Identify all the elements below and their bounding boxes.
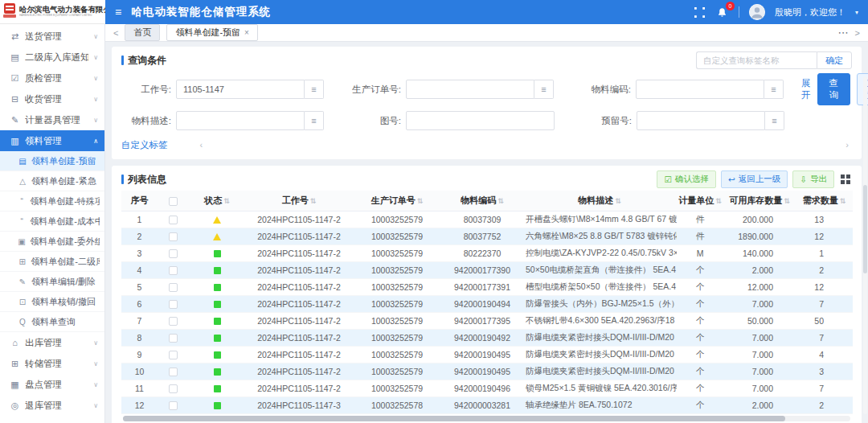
column-settings-icon[interactable]: [839, 173, 852, 186]
user-menu-caret-icon[interactable]: ▾: [855, 9, 858, 16]
sort-icon[interactable]: ⇅: [615, 197, 621, 205]
back-up-level-button[interactable]: ↩返回上一级: [721, 170, 788, 188]
table-row[interactable]: 62024HPC1105-1147-2100032525799420001904…: [121, 295, 853, 312]
table-row[interactable]: 82024HPC1105-1147-2100032525799420001904…: [121, 329, 853, 346]
horizontal-scrollbar-thumb[interactable]: [123, 416, 785, 421]
drawing-no-input[interactable]: [406, 111, 555, 130]
table-row[interactable]: 22024HPC1105-1147-21000325257980037752六角…: [121, 228, 853, 244]
sidebar-subitem[interactable]: ▣领料单创建-委外组件: [0, 232, 104, 252]
col-stock[interactable]: 可用库存数量⇅: [723, 191, 796, 211]
row-checkbox[interactable]: [169, 351, 178, 359]
sidebar-subitem[interactable]: ▤领料单创建-预留: [0, 151, 104, 171]
sidebar-subitem[interactable]: “领料单创建-成本中心: [0, 212, 104, 232]
work-no-input[interactable]: [176, 80, 305, 99]
tab-more-icon[interactable]: ⋯: [838, 27, 849, 39]
vertical-scrollbar-thumb[interactable]: [863, 185, 867, 273]
warning-status-icon: [213, 233, 221, 240]
col-status[interactable]: 状态⇅: [188, 191, 246, 211]
tab-scroll-left-icon[interactable]: <: [113, 28, 118, 38]
sort-icon[interactable]: ⇅: [417, 197, 424, 205]
reservation-no-input[interactable]: [637, 111, 765, 130]
sort-icon[interactable]: ⇅: [784, 197, 790, 205]
sidebar-item[interactable]: ▤二级库入库通知单∨: [0, 47, 104, 68]
col-demand[interactable]: 需求数量⇅: [796, 191, 853, 211]
export-button[interactable]: ⇩导出: [792, 170, 834, 188]
sidebar-item[interactable]: ◎退库管理∨: [0, 395, 104, 416]
work-no-filter-icon[interactable]: ≡: [305, 80, 324, 99]
search-button[interactable]: 查询: [817, 73, 851, 105]
user-avatar[interactable]: [749, 4, 765, 20]
row-checkbox[interactable]: [169, 283, 178, 292]
sort-icon[interactable]: ⇅: [310, 197, 317, 205]
table-row[interactable]: 102024HPC1105-1147-210003252579942000190…: [121, 363, 853, 380]
sidebar-item[interactable]: ⊟收货管理∨: [0, 88, 104, 109]
table-row[interactable]: 12024HPC1105-1147-21000325257980037309开槽…: [121, 211, 853, 228]
sidebar-subitem[interactable]: △领料单创建-紧急: [0, 171, 104, 191]
reservation-no-filter-icon[interactable]: ≡: [765, 111, 784, 130]
row-checkbox[interactable]: [169, 300, 178, 309]
row-checkbox[interactable]: [169, 368, 178, 376]
col-material-code[interactable]: 物料编码⇅: [442, 191, 522, 211]
row-work-no: 2024HPC1105-1147-2: [246, 380, 352, 396]
table-row[interactable]: 32024HPC1105-1147-21000325257980222370控制…: [121, 244, 853, 261]
sidebar-subitem[interactable]: ⊞领料单创建-二级库: [0, 252, 104, 272]
production-order-input[interactable]: [406, 80, 534, 99]
table-row[interactable]: 112024HPC1105-1147-210003252579942000190…: [121, 380, 853, 396]
sidebar-item[interactable]: ☑质检管理∨: [0, 68, 104, 88]
production-order-filter-icon[interactable]: ≡: [534, 80, 554, 99]
sort-icon[interactable]: ⇅: [715, 197, 722, 205]
row-checkbox[interactable]: [169, 232, 178, 241]
table-row[interactable]: 122024HPC1105-1147-310003252578942000003…: [121, 396, 853, 413]
tags-scroll-left-icon[interactable]: ‹: [200, 140, 203, 150]
table-row[interactable]: 72024HPC1105-1147-2100032525799420001773…: [121, 312, 853, 329]
expand-link[interactable]: 展开: [801, 77, 811, 101]
tab-scroll-right-icon[interactable]: >: [855, 28, 860, 38]
row-checkbox[interactable]: [169, 334, 178, 343]
sidebar-subitem[interactable]: ✎领料单编辑/删除: [0, 272, 104, 292]
tab-close-icon[interactable]: ×: [244, 28, 249, 37]
material-code-filter-icon[interactable]: ≡: [764, 80, 784, 99]
tab-home[interactable]: 首页: [125, 24, 160, 41]
tags-scroll-right-icon[interactable]: ›: [845, 140, 849, 150]
tab-material-request[interactable]: 领料单创建-预留 ×: [166, 24, 258, 41]
material-desc-filter-icon[interactable]: ≡: [305, 111, 324, 130]
sidebar-collapse-icon[interactable]: ≡: [115, 6, 121, 18]
sidebar-item[interactable]: ⇄送货管理∨: [0, 26, 104, 47]
custom-tag-link[interactable]: 自定义标签: [121, 139, 168, 151]
sidebar-item[interactable]: ⊞转储管理∨: [0, 353, 104, 374]
select-all-checkbox[interactable]: [169, 197, 178, 206]
row-checkbox[interactable]: [169, 317, 178, 326]
sidebar-item[interactable]: ▦盘点管理∨: [0, 374, 104, 395]
sort-icon[interactable]: ⇅: [840, 197, 846, 205]
material-desc-input[interactable]: [176, 111, 305, 130]
row-unit: 个: [677, 363, 723, 380]
col-order-no[interactable]: 生产订单号⇅: [352, 191, 442, 211]
col-work-no[interactable]: 工作号⇅: [246, 191, 352, 211]
material-code-input[interactable]: [636, 80, 764, 99]
sidebar-subitem[interactable]: Q领料单查询: [0, 312, 104, 332]
col-unit[interactable]: 计量单位⇅: [677, 191, 723, 211]
row-order-no: 10003252579: [352, 380, 442, 396]
fullscreen-icon[interactable]: [694, 6, 706, 18]
custom-tag-name-input[interactable]: [696, 51, 817, 69]
confirm-select-button[interactable]: ☑确认选择: [657, 170, 715, 188]
sidebar-subitem[interactable]: “领料单创建-特殊项目: [0, 191, 104, 212]
row-checkbox[interactable]: [169, 216, 178, 224]
user-greeting[interactable]: 殷晓明，欢迎您！: [775, 6, 845, 18]
col-material-desc[interactable]: 物料描述⇅: [522, 191, 677, 211]
sidebar-item[interactable]: ⌂出库管理∨: [0, 332, 104, 353]
sidebar-subitem[interactable]: ⊡领料单核销/撤回: [0, 292, 104, 312]
row-checkbox[interactable]: [169, 266, 178, 275]
sort-icon[interactable]: ⇅: [223, 197, 230, 205]
table-row[interactable]: 42024HPC1105-1147-2100032525799420001773…: [121, 261, 853, 278]
table-row[interactable]: 92024HPC1105-1147-2100032525799420001904…: [121, 346, 853, 363]
row-checkbox[interactable]: [169, 249, 178, 258]
sort-icon[interactable]: ⇅: [497, 197, 504, 205]
row-checkbox[interactable]: [169, 384, 178, 393]
sidebar-item[interactable]: ✎计量器具管理∨: [0, 109, 104, 130]
table-row[interactable]: 52024HPC1105-1147-2100032525799420001773…: [121, 278, 853, 295]
confirm-tag-button[interactable]: 确定: [817, 51, 852, 69]
row-checkbox[interactable]: [169, 401, 178, 410]
notification-bell-icon[interactable]: 0: [716, 6, 729, 18]
sidebar-item[interactable]: ▥领料管理∧: [0, 130, 104, 151]
